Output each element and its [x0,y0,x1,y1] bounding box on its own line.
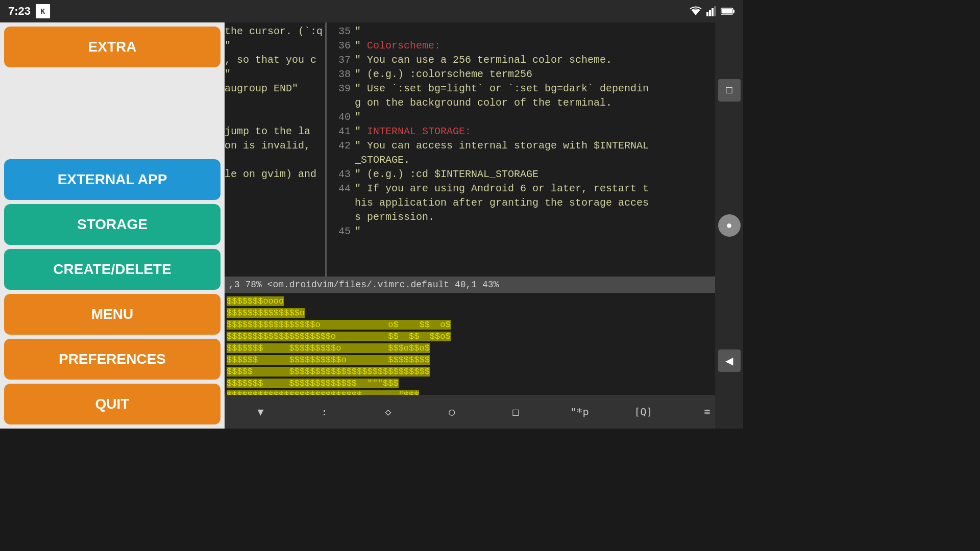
signal-icon [706,6,717,16]
vim-partial-line: jump to the la [225,124,325,139]
extra-button[interactable]: EXTRA [4,27,220,67]
status-time: 7:23 [8,5,31,18]
vim-partial-line: the cursor. (`:q` to close help) [225,24,325,39]
toolbar-square[interactable]: □ [500,402,531,422]
sidebar: EXTRA EXTERNAL APP STORAGE CREATE/DELETE… [0,22,225,429]
create-delete-button[interactable]: CREATE/DELETE [4,249,220,290]
toolbar-bracket-q[interactable]: [Q] [628,402,658,422]
battery-icon [721,7,735,15]
svg-rect-6 [733,10,734,13]
external-app-button[interactable]: EXTERNAL APP [4,159,220,200]
status-right [689,6,735,16]
vim-line-44: 44 " If you are using Android 6 or later… [327,182,743,196]
vim-bottom: $$$$$$$oooo $$$$$$$$$$$$$$o $$$$$$$$$$$$… [225,293,743,395]
toolbar-star-p[interactable]: "*p [564,402,595,422]
editor-left-panel: the cursor. (`:q` to close help) " , so … [225,22,327,277]
svg-rect-2 [709,10,711,16]
bottom-toolbar: ▼ : ◇ ○ □ "*p [Q] ≡ [225,395,743,429]
svg-rect-4 [714,6,716,16]
storage-button[interactable]: STORAGE [4,204,220,245]
vim-line-42b: _STORAGE. [327,153,743,167]
editor-top: the cursor. (`:q` to close help) " , so … [225,22,743,277]
vim-line-41: 41 " INTERNAL_STORAGE: [327,124,743,139]
vim-line-45: 45 " [327,224,743,239]
vim-partial-line: " [225,67,325,82]
svg-marker-0 [692,10,700,15]
menu-button[interactable]: MENU [4,294,220,335]
quit-button[interactable]: QUIT [4,384,220,424]
vim-line-43: 43 " (e.g.) :cd $INTERNAL_STORAGE [327,167,743,182]
vim-partial-line [225,153,325,167]
vim-partial-line [225,96,325,110]
vim-line-44b: his application after granting the stora… [327,196,743,210]
vim-line-44c: s permission. [327,210,743,224]
vim-partial-line: " [225,39,325,53]
km-icon: K [36,4,50,18]
vim-partial-line: on is invalid, [225,139,325,153]
nav-square-button[interactable]: □ [718,79,741,102]
svg-rect-3 [712,8,714,16]
nav-back-button[interactable]: ◀ [718,349,741,372]
vim-line-40: 40 " [327,110,743,124]
right-nav: □ ● ◀ [715,22,743,429]
svg-rect-1 [706,12,708,16]
editor-area: the cursor. (`:q` to close help) " , so … [225,22,743,429]
vim-line-37: 37 " You can use a 256 terminal color sc… [327,53,743,67]
status-left: 7:23 K [8,4,50,18]
toolbar-diamond[interactable]: ◇ [373,402,403,422]
toolbar-circle[interactable]: ○ [436,402,467,422]
dollar-art: $$$$$$$oooo $$$$$$$$$$$$$$o $$$$$$$$$$$$… [225,295,743,395]
nav-circle-button[interactable]: ● [718,214,741,237]
vim-line-42: 42 " You can access internal storage wit… [327,139,743,153]
vim-main-content[interactable]: 35 " 36 " Colorscheme: 37 " You can use … [327,22,743,277]
vim-partial-line: , so that you c [225,53,325,67]
toolbar-colon[interactable]: : [309,402,339,422]
vim-line-36: 36 " Colorscheme: [327,39,743,53]
vim-statusline: ,3 78% <om.droidvim/files/.vimrc.default… [225,277,743,293]
vim-partial-line: le on gvim) and [225,167,325,182]
preferences-button[interactable]: PREFERENCES [4,339,220,380]
toolbar-down-arrow[interactable]: ▼ [245,402,276,422]
status-bar: 7:23 K [0,0,743,22]
vim-partial-line: augroup END" [225,82,325,96]
main-container: EXTRA EXTERNAL APP STORAGE CREATE/DELETE… [0,22,743,429]
vim-line-35: 35 " [327,24,743,39]
vim-partial-line [225,110,325,124]
svg-rect-7 [722,9,732,14]
vim-line-39b: g on the background color of the termina… [327,96,743,110]
wifi-icon [689,6,702,16]
vim-line-38: 38 " (e.g.) :colorscheme term256 [327,67,743,82]
vim-line-39: 39 " Use `:set bg=light` or `:set bg=dar… [327,82,743,96]
